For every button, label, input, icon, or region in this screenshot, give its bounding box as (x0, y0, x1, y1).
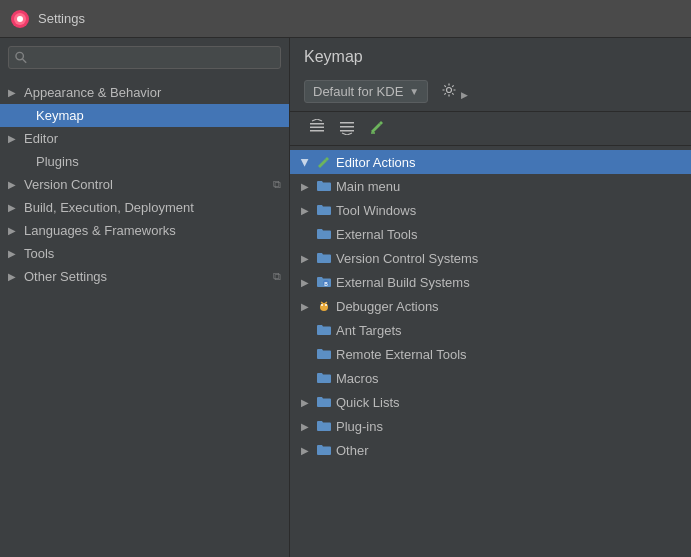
tree-item-remote-external[interactable]: Remote External Tools (290, 342, 691, 366)
folder-icon (316, 394, 332, 410)
arrow-icon: ▶ (8, 133, 20, 144)
svg-rect-8 (310, 130, 324, 132)
sidebar-tree: ▶ Appearance & Behavior Keymap ▶ Editor … (0, 77, 289, 557)
title-bar: Settings (0, 0, 691, 38)
sidebar-item-label: Build, Execution, Deployment (24, 200, 281, 215)
tree-item-label: Other (336, 443, 683, 458)
tree-item-debugger[interactable]: Debugger Actions (290, 294, 691, 318)
sidebar-item-tools[interactable]: ▶ Tools (0, 242, 289, 265)
collapse-all-button[interactable] (304, 116, 330, 141)
tree-item-external-build[interactable]: B External Build Systems (290, 270, 691, 294)
sidebar-item-version-control[interactable]: ▶ Version Control ⧉ (0, 173, 289, 196)
sidebar-item-editor[interactable]: ▶ Editor (0, 127, 289, 150)
tree-item-ant-targets[interactable]: Ant Targets (290, 318, 691, 342)
folder-icon (316, 346, 332, 362)
tree-item-editor-actions[interactable]: Editor Actions (290, 150, 691, 174)
folder-icon (316, 202, 332, 218)
collapse-all-icon (309, 119, 325, 135)
content-header: Keymap (290, 38, 691, 72)
folder-icon (316, 178, 332, 194)
tree-item-label: Macros (336, 371, 683, 386)
tree-item-label: Plug-ins (336, 419, 683, 434)
keymap-controls: Default for KDE ▼ ▶ (290, 72, 691, 112)
edit-icon (369, 119, 385, 135)
folder-icon (316, 226, 332, 242)
folder-icon (316, 442, 332, 458)
keymap-dropdown[interactable]: Default for KDE ▼ (304, 80, 428, 103)
arrow-icon: ▶ (8, 225, 20, 236)
expand-all-button[interactable] (334, 116, 360, 141)
folder-icon (316, 250, 332, 266)
sidebar-item-label: Other Settings (24, 269, 269, 284)
arrow-right-icon (298, 445, 312, 456)
arrow-icon: ▶ (8, 87, 20, 98)
arrow-right-icon (298, 205, 312, 216)
sidebar-item-label: Languages & Frameworks (24, 223, 281, 238)
sidebar-item-build[interactable]: ▶ Build, Execution, Deployment (0, 196, 289, 219)
sidebar-item-keymap[interactable]: Keymap (0, 104, 289, 127)
arrow-right-icon (298, 421, 312, 432)
svg-rect-10 (340, 126, 354, 128)
keymap-gear-button[interactable]: ▶ (434, 78, 475, 105)
tree-item-label: Ant Targets (336, 323, 683, 338)
dropdown-value: Default for KDE (313, 84, 403, 99)
copy-icon: ⧉ (273, 270, 281, 283)
content-area: Keymap Default for KDE ▼ ▶ (290, 38, 691, 557)
edit-button[interactable] (364, 116, 390, 141)
copy-icon: ⧉ (273, 178, 281, 191)
pencil-icon (316, 154, 332, 170)
sidebar-item-appearance[interactable]: ▶ Appearance & Behavior (0, 81, 289, 104)
folder-icon (316, 322, 332, 338)
svg-line-18 (321, 302, 324, 304)
gear-extra: ▶ (461, 90, 468, 100)
tree-item-external-tools[interactable]: External Tools (290, 222, 691, 246)
window-title: Settings (38, 11, 85, 26)
tree-item-main-menu[interactable]: Main menu (290, 174, 691, 198)
sidebar-item-label: Tools (24, 246, 281, 261)
folder-icon (316, 370, 332, 386)
tree-item-plug-ins[interactable]: Plug-ins (290, 414, 691, 438)
svg-rect-7 (310, 127, 324, 129)
dropdown-caret-icon: ▼ (409, 86, 419, 97)
folder-icon (316, 418, 332, 434)
expand-all-icon (339, 119, 355, 135)
sidebar-item-label: Keymap (36, 108, 281, 123)
sidebar-item-label: Version Control (24, 177, 269, 192)
tree-item-other[interactable]: Other (290, 438, 691, 462)
toolbar-row (290, 112, 691, 146)
tree-item-label: Tool Windows (336, 203, 683, 218)
folder-special-icon: B (316, 274, 332, 290)
arrow-right-icon (298, 181, 312, 192)
tree-item-quick-lists[interactable]: Quick Lists (290, 390, 691, 414)
main-layout: ▶ Appearance & Behavior Keymap ▶ Editor … (0, 38, 691, 557)
svg-line-4 (22, 59, 26, 63)
svg-rect-11 (340, 130, 354, 132)
svg-point-3 (16, 52, 23, 59)
sidebar-item-label: Plugins (36, 154, 281, 169)
search-box[interactable] (8, 46, 281, 69)
tree-item-label: External Build Systems (336, 275, 683, 290)
sidebar-item-other-settings[interactable]: ▶ Other Settings ⧉ (0, 265, 289, 288)
arrow-icon: ▶ (8, 248, 20, 259)
tree-item-macros[interactable]: Macros (290, 366, 691, 390)
search-input[interactable] (32, 50, 274, 65)
arrow-icon: ▶ (8, 202, 20, 213)
sidebar-item-plugins[interactable]: Plugins (0, 150, 289, 173)
svg-rect-6 (310, 123, 324, 125)
arrow-right-icon (298, 253, 312, 264)
svg-point-17 (325, 304, 327, 306)
sidebar: ▶ Appearance & Behavior Keymap ▶ Editor … (0, 38, 290, 557)
bug-icon (316, 298, 332, 314)
arrow-right-icon (298, 277, 312, 288)
arrow-right-icon (298, 397, 312, 408)
sidebar-item-label: Appearance & Behavior (24, 85, 281, 100)
tree-item-vcs[interactable]: Version Control Systems (290, 246, 691, 270)
tree-item-tool-windows[interactable]: Tool Windows (290, 198, 691, 222)
svg-rect-9 (340, 122, 354, 124)
svg-point-2 (17, 16, 23, 22)
tree-item-label: Editor Actions (336, 155, 683, 170)
svg-text:B: B (324, 281, 328, 287)
sidebar-item-languages[interactable]: ▶ Languages & Frameworks (0, 219, 289, 242)
app-logo (10, 9, 30, 29)
tree-item-label: External Tools (336, 227, 683, 242)
